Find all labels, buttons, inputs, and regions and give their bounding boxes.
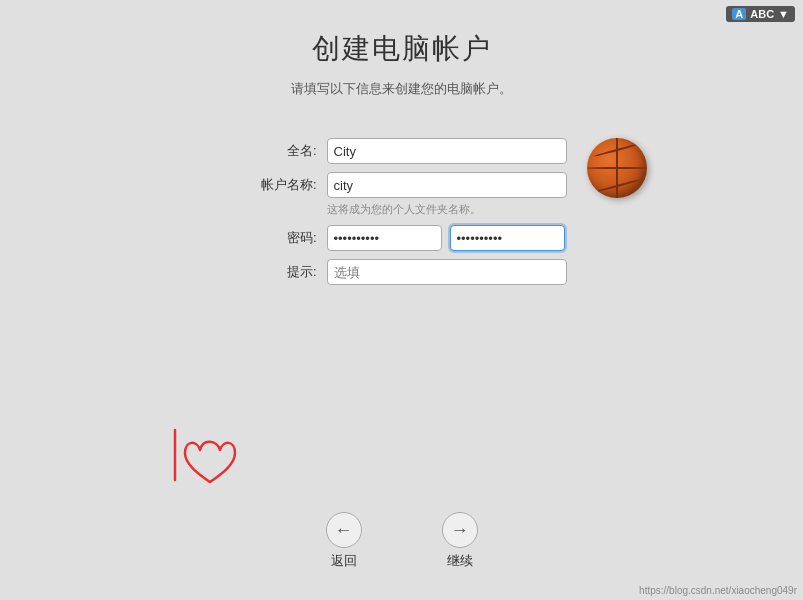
password-confirm-input[interactable] xyxy=(450,225,565,251)
fullname-row: 全名: xyxy=(237,138,567,164)
bottom-nav: ← 返回 → 继续 xyxy=(0,512,803,570)
password-input[interactable] xyxy=(327,225,442,251)
hint-row: 提示: xyxy=(237,259,567,285)
avatar-container[interactable] xyxy=(587,138,647,198)
back-icon-circle: ← xyxy=(326,512,362,548)
url-bar: https://blog.csdn.net/xiaocheng049r xyxy=(639,585,797,596)
account-form: 全名: 帐户名称: 这将成为您的个人文件夹名称。 密码: 提示: xyxy=(237,138,567,293)
input-method-indicator: A ABC ▼ xyxy=(726,6,795,22)
avatar-basketball xyxy=(587,138,647,198)
page-subtitle: 请填写以下信息来创建您的电脑帐户。 xyxy=(291,80,512,98)
main-content: 创建电脑帐户 请填写以下信息来创建您的电脑帐户。 全名: 帐户名称: 这将成为您… xyxy=(0,0,803,303)
continue-button[interactable]: → 继续 xyxy=(442,512,478,570)
abc-label: ABC xyxy=(750,8,774,20)
password-label: 密码: xyxy=(237,229,317,247)
back-button[interactable]: ← 返回 xyxy=(326,512,362,570)
continue-arrow-icon: → xyxy=(451,520,469,541)
continue-icon-circle: → xyxy=(442,512,478,548)
password-inputs xyxy=(327,225,565,251)
hint-input[interactable] xyxy=(327,259,567,285)
handwriting-annotation xyxy=(155,420,275,500)
fullname-label: 全名: xyxy=(237,142,317,160)
account-row: 帐户名称: xyxy=(237,172,567,198)
hint-label: 提示: xyxy=(237,263,317,281)
chevron-down-icon: ▼ xyxy=(778,8,789,20)
account-label: 帐户名称: xyxy=(237,176,317,194)
account-hint: 这将成为您的个人文件夹名称。 xyxy=(327,202,567,217)
continue-label: 继续 xyxy=(447,552,473,570)
back-label: 返回 xyxy=(331,552,357,570)
account-input[interactable] xyxy=(327,172,567,198)
password-row: 密码: xyxy=(237,225,567,251)
back-arrow-icon: ← xyxy=(335,520,353,541)
fullname-input[interactable] xyxy=(327,138,567,164)
a-letter: A xyxy=(732,8,746,20)
page-title: 创建电脑帐户 xyxy=(312,30,492,68)
